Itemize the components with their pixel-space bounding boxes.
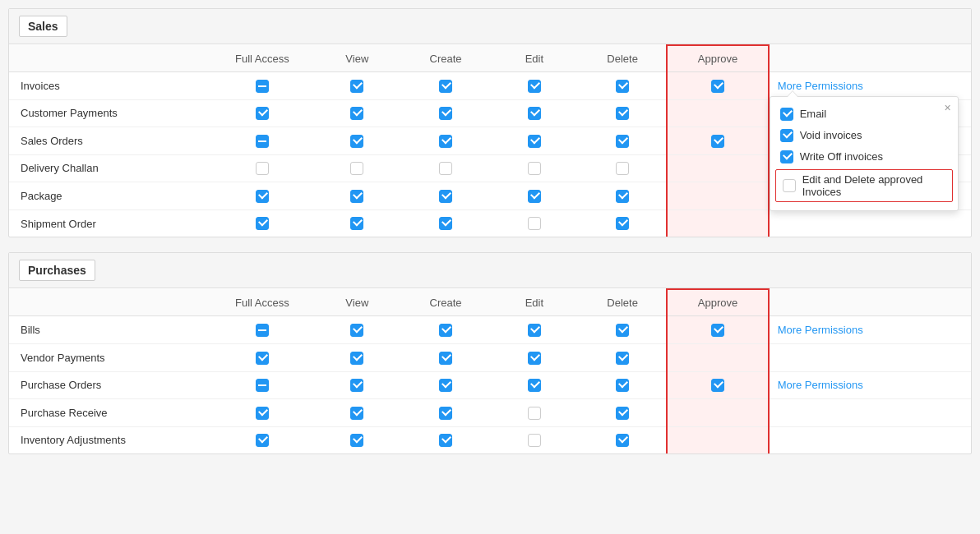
- more-cell: [769, 399, 971, 427]
- checkbox[interactable]: [616, 324, 629, 337]
- checkbox[interactable]: [350, 190, 363, 203]
- more-permissions-link[interactable]: More Permissions: [778, 379, 863, 391]
- sales-header-approve: Approve: [667, 45, 768, 72]
- checkbox[interactable]: [528, 352, 541, 365]
- checkbox[interactable]: [616, 407, 629, 420]
- checkbox[interactable]: [780, 108, 793, 121]
- checkbox[interactable]: [616, 434, 629, 447]
- checkbox[interactable]: [350, 217, 363, 230]
- checkbox[interactable]: [528, 217, 541, 230]
- checkbox[interactable]: [256, 324, 269, 337]
- view-cell: [312, 343, 401, 371]
- purchases-header-approve: Approve: [667, 289, 768, 316]
- checkbox[interactable]: [439, 352, 452, 365]
- checkbox[interactable]: [528, 190, 541, 203]
- checkbox[interactable]: [711, 80, 724, 93]
- view-cell: [312, 99, 401, 127]
- checkbox[interactable]: [528, 434, 541, 447]
- checkbox[interactable]: [616, 80, 629, 93]
- checkbox[interactable]: [616, 379, 629, 392]
- checkbox[interactable]: [439, 80, 452, 93]
- checkbox[interactable]: [780, 129, 793, 142]
- sales-section-header: Sales: [9, 9, 971, 44]
- checkbox[interactable]: [616, 217, 629, 230]
- checkbox[interactable]: [528, 379, 541, 392]
- checkbox[interactable]: [256, 135, 269, 148]
- purchases-header-create: Create: [401, 289, 490, 316]
- checkbox[interactable]: [350, 324, 363, 337]
- approve-cell: [667, 209, 768, 237]
- checkbox[interactable]: [256, 379, 269, 392]
- view-cell: [312, 209, 401, 237]
- checkbox[interactable]: [439, 190, 452, 203]
- create-cell: [401, 182, 490, 210]
- more-cell: More Permissions×EmailVoid invoicesWrite…: [769, 72, 971, 100]
- checkbox[interactable]: [711, 135, 724, 148]
- row-label: Customer Payments: [9, 99, 211, 127]
- create-cell: [401, 72, 490, 100]
- approve-cell: [667, 99, 768, 127]
- checkbox[interactable]: [528, 80, 541, 93]
- close-icon[interactable]: ×: [944, 102, 950, 113]
- checkbox[interactable]: [528, 135, 541, 148]
- create-cell: [401, 209, 490, 237]
- checkbox[interactable]: [350, 379, 363, 392]
- checkbox[interactable]: [439, 379, 452, 392]
- checkbox[interactable]: [256, 407, 269, 420]
- more-cell: [769, 343, 971, 371]
- edit-cell: [490, 127, 579, 155]
- view-cell: [312, 371, 401, 399]
- popup-item: Edit and Delete approved Invoices: [775, 169, 953, 202]
- edit-cell: [490, 399, 579, 427]
- checkbox[interactable]: [350, 107, 363, 120]
- delete-cell: [579, 154, 668, 182]
- checkbox[interactable]: [528, 324, 541, 337]
- checkbox[interactable]: [256, 352, 269, 365]
- checkbox[interactable]: [350, 162, 363, 175]
- more-permissions-link[interactable]: More Permissions: [778, 324, 863, 336]
- full-access-cell: [211, 209, 312, 237]
- checkbox[interactable]: [780, 150, 793, 163]
- checkbox[interactable]: [439, 107, 452, 120]
- full-access-cell: [211, 399, 312, 427]
- checkbox[interactable]: [528, 407, 541, 420]
- checkbox[interactable]: [616, 352, 629, 365]
- checkbox[interactable]: [256, 190, 269, 203]
- checkbox[interactable]: [616, 190, 629, 203]
- checkbox[interactable]: [350, 407, 363, 420]
- checkbox[interactable]: [350, 352, 363, 365]
- checkbox[interactable]: [256, 80, 269, 93]
- checkbox[interactable]: [528, 107, 541, 120]
- checkbox[interactable]: [256, 434, 269, 447]
- checkbox[interactable]: [350, 434, 363, 447]
- checkbox[interactable]: [256, 162, 269, 175]
- more-cell: More Permissions: [769, 316, 971, 344]
- checkbox[interactable]: [350, 80, 363, 93]
- checkbox[interactable]: [783, 179, 796, 192]
- edit-cell: [490, 99, 579, 127]
- checkbox[interactable]: [439, 135, 452, 148]
- popup-item-label: Edit and Delete approved Invoices: [802, 173, 945, 198]
- checkbox[interactable]: [616, 107, 629, 120]
- full-access-cell: [211, 127, 312, 155]
- checkbox[interactable]: [439, 217, 452, 230]
- checkbox[interactable]: [616, 135, 629, 148]
- checkbox[interactable]: [616, 162, 629, 175]
- checkbox[interactable]: [256, 107, 269, 120]
- checkbox[interactable]: [439, 407, 452, 420]
- edit-cell: [490, 182, 579, 210]
- sales-header-more: [769, 45, 971, 72]
- checkbox[interactable]: [256, 217, 269, 230]
- create-cell: [401, 371, 490, 399]
- checkbox[interactable]: [350, 135, 363, 148]
- checkbox[interactable]: [711, 379, 724, 392]
- delete-cell: [579, 371, 668, 399]
- checkbox[interactable]: [439, 324, 452, 337]
- approve-cell: [667, 343, 768, 371]
- checkbox[interactable]: [528, 162, 541, 175]
- checkbox[interactable]: [711, 324, 724, 337]
- checkbox[interactable]: [439, 162, 452, 175]
- delete-cell: [579, 127, 668, 155]
- edit-cell: [490, 154, 579, 182]
- checkbox[interactable]: [439, 434, 452, 447]
